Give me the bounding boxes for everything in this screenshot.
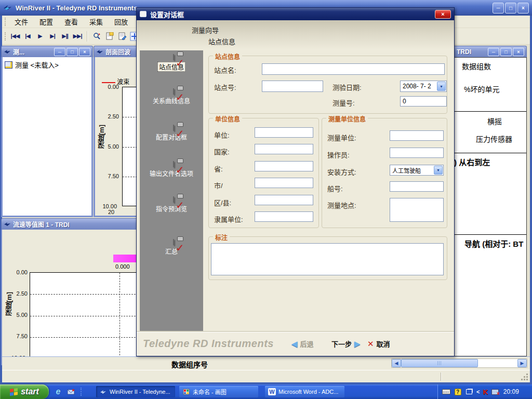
cancel-button[interactable]: ✕ 取消 [367, 339, 390, 349]
maximize-icon[interactable]: □ [500, 48, 512, 56]
step-command-preview[interactable]: ✓ 指令预浏览 [140, 194, 203, 214]
dropdown-icon[interactable]: ▼ [437, 82, 446, 91]
survey-date-combo[interactable]: 2008- 7- 2 ▼ [400, 81, 447, 92]
properties-icon[interactable] [103, 30, 116, 43]
help-tray-icon[interactable]: ? [454, 388, 462, 395]
close-icon[interactable]: × [517, 3, 529, 14]
cancel-x-icon: ✕ [367, 339, 374, 349]
site-number-input[interactable] [262, 81, 323, 92]
menu-playback[interactable]: 回放 [109, 16, 134, 28]
clock: 20:09 [503, 388, 519, 395]
measurement-window-body: 测量 <未载入> [1, 57, 93, 217]
menu-configure[interactable]: 配置 [34, 16, 59, 28]
province-input[interactable] [255, 161, 313, 171]
affiliation-input[interactable] [255, 211, 313, 222]
menu-view[interactable]: 查看 [59, 16, 84, 28]
last-ensemble-button[interactable]: ▶▶| [71, 30, 84, 43]
step-output-filename[interactable]: ✓ 输出文件名选项 [140, 158, 203, 178]
district-input[interactable] [255, 195, 313, 205]
window-border-right [530, 16, 532, 382]
dropdown-icon[interactable]: ▼ [434, 166, 443, 175]
scroll-left-icon[interactable]: ◀ [392, 359, 401, 367]
task-word[interactable]: W Microsoft Word - ADC... [265, 386, 344, 397]
settings-dialog: 设置对话框 × 测量向导 站点信息 ✓ 站点信息 ✓ 关系曲线信息 ✓ 配置对话… [136, 7, 455, 356]
step-configuration[interactable]: ✓ 配置对话框 [140, 122, 203, 142]
display-settings-icon[interactable] [465, 388, 473, 395]
y-tick: 2.50 [101, 113, 119, 119]
group-title: 站点信息 [213, 52, 242, 61]
close-icon[interactable]: × [513, 48, 524, 56]
collapse-tray-icon[interactable]: < [476, 389, 480, 395]
scroll-track[interactable] [478, 359, 517, 367]
site-name-input[interactable] [262, 63, 445, 75]
minimize-icon[interactable]: ─ [54, 48, 65, 56]
wizard-step-sidebar: ✓ 站点信息 ✓ 关系曲线信息 ✓ 配置对话框 ✓ 输出文件名选项 ✓ 指令预浏… [140, 50, 203, 333]
next-button[interactable]: 下一步 ▶ [331, 339, 361, 349]
step-back-button[interactable]: |◀ [21, 30, 34, 43]
y-tick: 7.50 [101, 173, 119, 179]
kaspersky-icon[interactable]: K [483, 388, 487, 396]
zoom-tool-icon[interactable] [91, 30, 103, 43]
group-title: 标注 [213, 233, 230, 242]
task-paint[interactable]: 未命名 - 画图 [179, 386, 258, 397]
play-button[interactable]: ▶ [34, 30, 46, 43]
play-to-end-button[interactable]: ▶|| [59, 30, 71, 43]
city-input[interactable] [255, 178, 313, 188]
scrollbar-thumb[interactable] [401, 359, 478, 367]
agency-input[interactable] [255, 127, 313, 138]
wizard-header: 测量向导 站点信息 [137, 20, 454, 50]
step-summary[interactable]: ✓ 汇总 [140, 236, 203, 256]
toolbar-grip [5, 32, 6, 41]
location-textarea[interactable] [390, 198, 444, 222]
email-quicklaunch-icon[interactable] [65, 387, 76, 397]
agency-info-group: 单位信息 单位: 国家: 省: 市/ 区/县: 隶属单位: [208, 118, 319, 228]
taskbar: start e WinRiver II - Teledyne... 未命名 - … [0, 384, 532, 399]
task-label: WinRiver II - Teledyne... [110, 389, 170, 395]
mount-type-label: 安装方式: [327, 167, 356, 177]
ie-quicklaunch-icon[interactable]: e [53, 387, 63, 397]
scroll-right-icon[interactable]: ▶ [517, 359, 527, 367]
measurement-node-label[interactable]: 测量 <未载入> [15, 60, 59, 70]
boat-number-input[interactable] [390, 181, 444, 192]
minimize-icon[interactable]: ─ [488, 48, 499, 56]
boat-number-label: 船号: [327, 183, 343, 193]
back-arrow-icon: ◀ [291, 339, 298, 349]
menu-acquire[interactable]: 采集 [84, 16, 109, 28]
close-icon[interactable]: × [435, 10, 451, 19]
measurement-number-label: 测量号: [332, 98, 355, 108]
back-button[interactable]: ◀ 后退 [291, 339, 314, 349]
step-label: 关系曲线信息 [153, 96, 190, 105]
legend-line-red [102, 82, 115, 83]
y-tick: 5.00 [10, 312, 28, 318]
network-offline-icon[interactable]: × [491, 388, 499, 395]
resize-grip[interactable] [526, 379, 528, 380]
district-label: 区/县: [214, 197, 231, 207]
y-tick: 7.50 [10, 333, 28, 339]
keyboard-icon[interactable] [442, 388, 450, 395]
agency-label: 单位: [214, 130, 230, 140]
country-input[interactable] [255, 144, 313, 154]
operator-input[interactable] [390, 148, 444, 158]
edit-config-icon[interactable] [116, 30, 128, 43]
menu-file[interactable]: 文件 [9, 16, 34, 28]
maximize-icon[interactable]: □ [66, 48, 78, 56]
remarks-group: 标注 [208, 236, 447, 280]
horizontal-scrollbar[interactable]: ◀ ▶ [391, 358, 527, 368]
trdi-row-bad-cells: %坏的单元 [464, 84, 499, 94]
measurement-window-titlebar[interactable]: 测... ─ □ × [1, 46, 93, 57]
measurement-number-input[interactable] [400, 96, 447, 107]
first-ensemble-button[interactable]: |◀◀ [9, 30, 21, 43]
start-button[interactable]: start [0, 384, 49, 399]
step-site-info[interactable]: ✓ 站点信息 [140, 51, 203, 72]
remarks-textarea[interactable] [211, 243, 444, 275]
group-title: 单位信息 [213, 114, 242, 123]
step-rating-curve[interactable]: ✓ 关系曲线信息 [140, 86, 203, 105]
maximize-icon[interactable]: □ [505, 3, 516, 14]
close-icon[interactable]: × [79, 48, 90, 56]
task-winriver[interactable]: WinRiver II - Teledyne... [96, 386, 175, 397]
dialog-titlebar[interactable]: 设置对话框 × [137, 8, 454, 20]
minimize-icon[interactable]: ─ [493, 3, 504, 14]
measurement-unit-input[interactable] [390, 130, 444, 141]
step-forward-button[interactable]: ▶| [46, 30, 59, 43]
mount-type-combo[interactable]: 人工驾驶船 ▼ [390, 165, 444, 176]
